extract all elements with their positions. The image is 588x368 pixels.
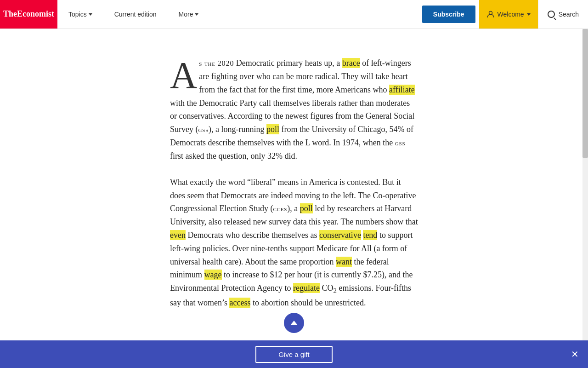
logo[interactable]: The Economist <box>0 0 57 29</box>
welcome-chevron-icon <box>527 13 531 16</box>
subscribe-button[interactable]: Subscribe <box>422 6 475 23</box>
highlight-tend: tend <box>363 230 377 240</box>
navbar: The Economist Topics Current edition Mor… <box>0 0 588 29</box>
small-caps-cces: cces <box>273 205 287 213</box>
more-label: More <box>179 11 193 18</box>
highlight-wage: wage <box>204 270 222 280</box>
search-nav-item[interactable]: Search <box>538 0 588 29</box>
highlight-access: access <box>229 298 250 308</box>
more-nav-item[interactable]: More <box>168 0 210 29</box>
person-icon <box>486 10 495 18</box>
welcome-label: Welcome <box>498 11 524 18</box>
nav-items: Topics Current edition More <box>57 0 422 29</box>
more-chevron-icon <box>195 13 198 16</box>
small-caps-intro: s the 2020 <box>199 59 234 68</box>
current-edition-label: Current edition <box>114 11 157 18</box>
subscribe-label: Subscribe <box>433 11 464 18</box>
highlight-brace: brace <box>342 58 360 68</box>
small-caps-gss2: gss <box>395 139 406 147</box>
topics-chevron-icon <box>89 13 92 16</box>
search-label: Search <box>559 11 579 18</box>
highlight-conservative: conservative <box>319 230 361 240</box>
highlight-affiliate: affiliate <box>389 85 415 95</box>
small-caps-gss: gss <box>198 126 209 134</box>
scrollbar-thumb[interactable] <box>582 29 588 158</box>
main-content: As the 2020 Democratic primary heats up,… <box>0 29 588 350</box>
highlight-poll-1: poll <box>266 124 279 134</box>
drop-cap-letter: A <box>170 59 197 92</box>
paragraph-2: What exactly the word “liberal” means in… <box>170 176 418 310</box>
welcome-menu[interactable]: Welcome <box>479 0 538 29</box>
highlight-regulate: regulate <box>293 283 320 293</box>
bottom-bar: Give a gift ✕ <box>0 340 588 350</box>
scroll-up-button[interactable] <box>284 313 304 333</box>
topics-nav-item[interactable]: Topics <box>57 0 103 29</box>
scrollbar-track[interactable] <box>582 29 588 350</box>
article-body: As the 2020 Democratic primary heats up,… <box>152 47 436 332</box>
highlight-want: want <box>336 257 352 267</box>
logo-line2: Economist <box>17 9 54 19</box>
nav-right: Subscribe Welcome Search <box>422 0 588 29</box>
current-edition-nav-item[interactable]: Current edition <box>103 0 168 29</box>
logo-line1: The <box>3 9 17 19</box>
search-icon <box>548 11 555 18</box>
topics-label: Topics <box>68 11 87 18</box>
highlight-even: even <box>170 230 186 240</box>
highlight-poll-2: poll <box>300 203 313 213</box>
paragraph-1: As the 2020 Democratic primary heats up,… <box>170 57 418 163</box>
give-gift-button[interactable]: Give a gift <box>255 346 333 350</box>
close-bottom-bar-button[interactable]: ✕ <box>571 350 579 350</box>
